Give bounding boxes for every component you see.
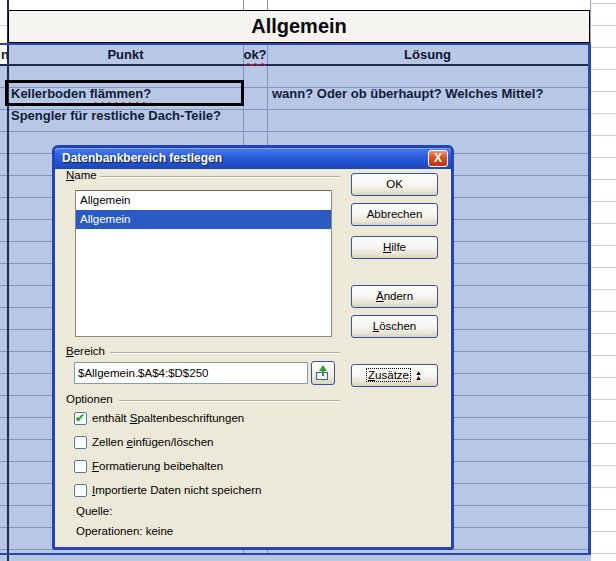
gridline [0, 0, 616, 10]
source-label: Quelle: [76, 505, 112, 517]
delete-button[interactable]: Löschen [351, 315, 438, 338]
column-header-loesung[interactable]: Lösung [267, 45, 588, 64]
database-range-border-right [588, 43, 591, 555]
database-range-border-top [0, 43, 591, 45]
database-range-border-bottom [0, 553, 591, 555]
name-listbox[interactable]: Allgemein Allgemein [75, 190, 332, 337]
more-options-button[interactable]: Zusätze▲▲ [351, 364, 438, 387]
list-item[interactable]: Allgemein [76, 210, 331, 229]
dialog-titlebar[interactable]: Datenbankbereich festlegen X [55, 148, 451, 169]
name-group-label: Name [66, 169, 100, 181]
checkbox-box[interactable] [74, 484, 87, 497]
group-divider [119, 400, 340, 402]
collapse-arrows-icon: ▲▲ [415, 371, 422, 381]
dialog-title: Datenbankbereich festlegen [62, 148, 222, 169]
checkbox-label: enthält Spaltenbeschriftungen [92, 410, 244, 427]
sheet-title-cell[interactable]: Allgemein [8, 10, 590, 43]
optionen-group-label: Optionen [66, 393, 116, 405]
checkbox-box[interactable] [74, 412, 87, 425]
help-button[interactable]: Hilfe [351, 236, 438, 259]
shrink-range-button[interactable] [311, 361, 335, 385]
checkbox-box[interactable] [74, 436, 87, 449]
cell-wann-oder-ob[interactable]: wann? Oder ob überhaupt? Welches Mittel? [272, 83, 543, 105]
group-divider [110, 352, 340, 354]
gridline [590, 0, 591, 43]
column-header-ok[interactable]: ok? [243, 45, 267, 64]
checkbox-label: Formatierung beibehalten [92, 458, 223, 475]
list-item[interactable]: Allgemein [76, 191, 331, 210]
bereich-group-label: Bereich [66, 345, 108, 357]
define-database-range-dialog: Datenbankbereich festlegen X Name Allgem… [52, 145, 454, 550]
checkbox-box[interactable] [74, 460, 87, 473]
operations-label: Operationen: keine [76, 525, 173, 537]
active-cell-selection-border [5, 80, 244, 106]
group-divider [100, 176, 340, 178]
sheet-right-margin [591, 0, 616, 561]
gridline [0, 25, 7, 26]
spreadsheet: Allgemein n Punkt ok? Lösung Kellerboden… [0, 0, 616, 561]
column-header-punkt[interactable]: Punkt [8, 45, 243, 64]
gridline [0, 64, 591, 66]
close-button[interactable]: X [428, 150, 448, 167]
range-input[interactable] [74, 362, 308, 384]
shrink-range-icon [316, 365, 330, 381]
checkbox-label: Zellen einfügen/löschen [92, 434, 214, 451]
checkbox-label: Importierte Daten nicht speichern [92, 482, 261, 499]
ok-button[interactable]: OK [351, 173, 438, 196]
modify-button[interactable]: Ändern [351, 285, 438, 308]
close-icon: X [434, 151, 442, 165]
cancel-button[interactable]: Abbrechen [351, 203, 438, 226]
cell-spengler[interactable]: Spengler für restliche Dach-Teile? [11, 105, 221, 127]
